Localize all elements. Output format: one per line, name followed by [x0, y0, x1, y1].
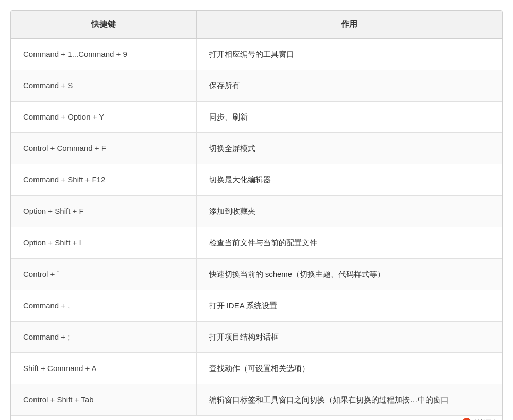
table-row: Command + S保存所有 — [11, 70, 502, 102]
shortcut-key: Option + Shift + F — [11, 196, 196, 227]
shortcut-key: Command + ; — [11, 322, 196, 353]
shortcut-key: Command + Option + Y — [11, 102, 196, 133]
table-row: Command + 1...Command + 9打开相应编号的工具窗口 — [11, 39, 502, 70]
shortcut-action: 添加到收藏夹 — [196, 196, 502, 227]
shortcut-action: 编辑窗口标签和工具窗口之间切换（如果在切换的过程加按…中的窗口 — [196, 384, 502, 416]
shortcut-action: 切换全屏模式 — [196, 133, 502, 164]
shortcut-action: 查找动作（可设置相关选项） — [196, 353, 502, 384]
shortcut-key: Shift + Command + A — [11, 353, 196, 384]
table-row: Option + Shift + F添加到收藏夹 — [11, 196, 502, 227]
table-row: Command + ;打开项目结构对话框 — [11, 322, 502, 353]
shortcut-action: 保存所有 — [196, 70, 502, 102]
header-action: 作用 — [196, 11, 502, 39]
header-shortcut: 快捷键 — [11, 11, 196, 39]
shortcut-action: 检查当前文件与当前的配置文件 — [196, 227, 502, 259]
shortcut-key: Control + Shift + Tab — [11, 384, 196, 416]
shortcut-key: Command + S — [11, 70, 196, 102]
table-header-row: 快捷键 作用 — [11, 11, 502, 39]
shortcut-action: 打开 IDEA 系统设置 — [196, 290, 502, 322]
shortcut-key: Option + Shift + I — [11, 227, 196, 259]
shortcut-key: Command + Shift + F12 — [11, 164, 196, 196]
shortcut-key: Control + ` — [11, 259, 196, 290]
shortcut-action: 切换最大化编辑器 — [196, 164, 502, 196]
table-row: Shift + Command + A查找动作（可设置相关选项） — [11, 353, 502, 384]
svg-point-0 — [462, 418, 471, 420]
shortcut-key: Command + , — [11, 290, 196, 322]
shortcut-key: Control + Command + F — [11, 133, 196, 164]
shortcut-table: 快捷键 作用 Command + 1...Command + 9打开相应编号的工… — [11, 11, 502, 415]
table-row: Command + Option + Y同步、刷新 — [11, 102, 502, 133]
shortcut-table-container: 快捷键 作用 Command + 1...Command + 9打开相应编号的工… — [10, 10, 503, 420]
table-row: Option + Shift + I检查当前文件与当前的配置文件 — [11, 227, 502, 259]
shortcut-key: Command + 1...Command + 9 — [11, 39, 196, 70]
shortcut-action: 同步、刷新 — [196, 102, 502, 133]
table-row: Command + Shift + F12切换最大化编辑器 — [11, 164, 502, 196]
table-row: Control + Command + F切换全屏模式 — [11, 133, 502, 164]
table-row: Control + `快速切换当前的 scheme（切换主题、代码样式等） — [11, 259, 502, 290]
shortcut-action: 打开项目结构对话框 — [196, 322, 502, 353]
shortcut-action: 打开相应编号的工具窗口 — [196, 39, 502, 70]
watermark-icon: ✦ — [462, 418, 471, 420]
table-row: Control + Shift + Tab编辑窗口标签和工具窗口之间切换（如果在… — [11, 384, 502, 416]
watermark-bar: ✦ 创新互联 — [11, 415, 502, 420]
watermark-text: 创新互联 — [473, 418, 498, 421]
table-row: Command + ,打开 IDEA 系统设置 — [11, 290, 502, 322]
shortcut-action: 快速切换当前的 scheme（切换主题、代码样式等） — [196, 259, 502, 290]
